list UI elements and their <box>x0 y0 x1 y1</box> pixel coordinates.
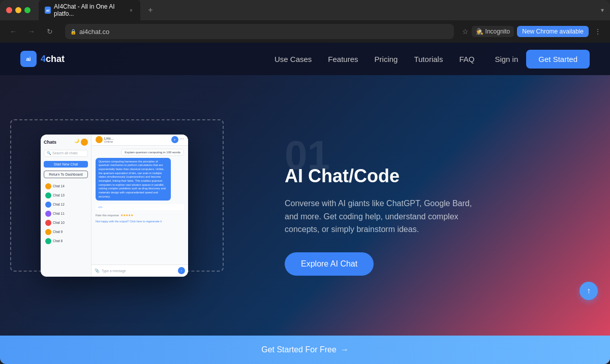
url-text: ai4chat.co <box>79 28 449 36</box>
list-item[interactable]: Chat 9 <box>44 228 88 236</box>
moon-icon: 🌙 <box>74 139 79 146</box>
tab-close-icon[interactable]: × <box>128 7 134 14</box>
new-chrome-button[interactable]: New Chrome available <box>517 26 589 37</box>
close-button[interactable] <box>6 7 12 13</box>
chat-user-status: Online <box>104 140 114 143</box>
chat-user-avatar <box>96 136 103 143</box>
avatar <box>45 211 51 217</box>
nav-pricing[interactable]: Pricing <box>375 55 398 63</box>
logo-text: 4chat <box>41 54 65 64</box>
list-item[interactable]: Chat 12 <box>44 201 88 209</box>
avatar <box>45 238 51 244</box>
hero-section: Chats 🌙 🔍 Search all chats <box>0 75 610 336</box>
avatar <box>45 183 51 189</box>
new-tab-button[interactable]: + <box>144 4 157 16</box>
nav-actions: Sign in Get Started <box>495 50 590 69</box>
logo-ai-highlight: 4 <box>41 54 46 64</box>
get-started-button[interactable]: Get Started <box>526 50 590 69</box>
site-nav: ai 4chat Use Cases Features Pricing Tuto… <box>0 43 610 75</box>
list-item[interactable]: Chat 8 <box>44 237 88 245</box>
app-screenshot: Chats 🌙 🔍 Search all chats <box>41 135 188 277</box>
avatar <box>45 220 51 226</box>
lock-icon: 🔒 <box>70 29 76 35</box>
code-icon: </> <box>98 206 103 209</box>
footer-cta-text: Get Started For Free <box>261 345 337 354</box>
maximize-button[interactable] <box>24 7 30 13</box>
nav-tutorials[interactable]: Tutorials <box>414 55 443 63</box>
list-item[interactable]: Chat 14 <box>44 182 88 190</box>
explore-ai-chat-button[interactable]: Explore AI Chat <box>285 252 374 276</box>
feature-title: AI Chat/Code <box>285 166 580 187</box>
feature-preview: Chats 🌙 🔍 Search all chats <box>30 135 264 277</box>
hero-content: 01 AI Chat/Code Converse with AI giants … <box>285 125 580 286</box>
list-item[interactable]: Chat 13 <box>44 191 88 200</box>
chat-header-icons: 🌙 <box>74 139 88 146</box>
search-placeholder: Search all chats <box>52 151 78 155</box>
nav-features[interactable]: Features <box>328 55 358 63</box>
incognito-label: Incognito <box>485 28 510 35</box>
chat-sidebar: Chats 🌙 🔍 Search all chats <box>41 135 92 277</box>
send-button[interactable]: ↑ <box>178 267 185 274</box>
chat-more-button[interactable]: ··· <box>180 136 184 143</box>
window-controls-right: ▾ <box>601 7 604 14</box>
scroll-to-top-button[interactable]: ↑ <box>580 282 598 300</box>
footer-cta[interactable]: Get Started For Free → <box>0 336 610 364</box>
active-tab[interactable]: ai AI4Chat - All in One AI platfo... × <box>39 0 140 20</box>
chat-item-name: Chat 8 <box>53 239 63 243</box>
chat-input-bar: 📎 Type a message ↑ <box>92 264 188 277</box>
tab-favicon: ai <box>45 7 51 14</box>
website: ai 4chat Use Cases Features Pricing Tuto… <box>0 43 610 364</box>
tab-bar: ai AI4Chat - All in One AI platfo... × + <box>39 0 597 20</box>
code-block: </> <box>96 204 184 210</box>
ai-message: Quantum computing harnesses the principl… <box>96 158 171 201</box>
avatar <box>45 192 51 198</box>
browser-toolbar: ← → ↻ 🔒 ai4chat.co ☆ 🕵 Incognito New Chr… <box>0 20 610 43</box>
traffic-lights <box>6 7 30 13</box>
back-button[interactable]: ← <box>6 24 20 39</box>
address-bar[interactable]: 🔒 ai4chat.co <box>65 24 454 39</box>
attach-icon[interactable]: 📎 <box>95 269 100 273</box>
sign-in-button[interactable]: Sign in <box>495 55 518 63</box>
footer-arrow-icon: → <box>341 345 349 354</box>
site-logo: ai 4chat <box>20 51 65 67</box>
return-to-dashboard-button[interactable]: Return To Dashboard <box>44 171 88 178</box>
chat-item-name: Chat 10 <box>53 221 65 224</box>
chat-user-info: Lins... Online <box>96 136 114 143</box>
titlebar: ai AI4Chat - All in One AI platfo... × +… <box>0 0 610 20</box>
add-chat-button[interactable]: + <box>171 136 178 143</box>
content-area: ai 4chat Use Cases Features Pricing Tuto… <box>0 43 610 364</box>
chat-list: Chat 14 Chat 13 Chat 12 <box>44 182 88 245</box>
star-rating[interactable]: ★★★★★ <box>120 213 133 217</box>
toolbar-actions: ☆ 🕵 Incognito New Chrome available ⋮ <box>462 25 604 38</box>
list-item[interactable]: Chat 10 <box>44 219 88 227</box>
nav-use-cases[interactable]: Use Cases <box>274 55 312 63</box>
chat-top-bar: Lins... Online + ··· <box>92 135 188 146</box>
search-box[interactable]: 🔍 Search all chats <box>44 150 88 157</box>
chat-main: Lins... Online + ··· <box>92 135 188 277</box>
search-icon: 🔍 <box>47 151 51 155</box>
incognito-icon: 🕵 <box>476 28 483 35</box>
chat-header: Chats 🌙 <box>44 139 88 146</box>
rating-label: Rate this response <box>96 214 119 217</box>
incognito-button[interactable]: 🕵 Incognito <box>472 26 514 37</box>
nav-faq[interactable]: FAQ <box>459 55 474 63</box>
chat-item-name: Chat 14 <box>53 184 65 188</box>
avatar <box>45 229 51 235</box>
feature-description: Converse with AI giants like ChatGPT, Go… <box>285 197 478 236</box>
regenerate-link[interactable]: Not happy with the output? Click here to… <box>96 220 184 223</box>
tab-title: AI4Chat - All in One AI platfo... <box>54 3 125 17</box>
chat-item-name: Chat 12 <box>53 203 65 206</box>
nav-links: Use Cases Features Pricing Tutorials FAQ <box>274 55 474 63</box>
forward-button[interactable]: → <box>24 24 39 39</box>
chat-item-name: Chat 13 <box>53 193 65 197</box>
minimize-button[interactable] <box>15 7 21 13</box>
list-item[interactable]: Chat 11 <box>44 210 88 218</box>
user-message: Explain quantum computing in 100 words <box>121 149 184 156</box>
user-avatar <box>81 139 88 146</box>
bookmark-icon[interactable]: ☆ <box>462 27 469 36</box>
reload-button[interactable]: ↻ <box>43 24 57 39</box>
more-options-button[interactable]: ⋮ <box>592 25 604 38</box>
start-new-chat-button[interactable]: Start New Chat <box>44 161 88 168</box>
chat-input[interactable]: Type a message <box>102 269 176 273</box>
browser-window: ai AI4Chat - All in One AI platfo... × +… <box>0 0 610 364</box>
